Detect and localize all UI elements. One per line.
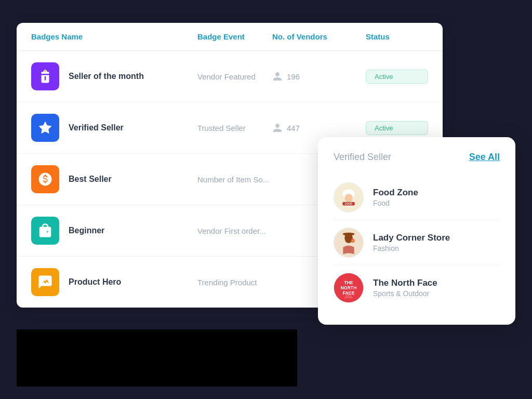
svg-text:THE: THE (344, 280, 353, 285)
popup-card: Verified Seller See All GOOD FOOD (318, 137, 515, 325)
lady-corner-logo (334, 228, 363, 258)
badge-name-label: Verified Seller (69, 123, 124, 132)
star-icon (37, 120, 53, 136)
svg-point-10 (342, 233, 354, 236)
food-zone-logo: GOOD FOOD (334, 182, 363, 212)
vendor-info-food-zone: Food Zone Food (373, 188, 418, 207)
vendors-count-cell: 196 (272, 71, 366, 82)
vendor-avatar-lady-corner (334, 228, 364, 258)
svg-point-4 (344, 194, 352, 202)
badge-event-cell: Number of Item So... (197, 175, 272, 184)
black-bar (17, 329, 297, 387)
svg-point-0 (44, 70, 46, 72)
badge-name-label: Seller of the month (69, 72, 144, 81)
badge-event-cell: Trending Product (197, 278, 272, 287)
badge-name-cell: Beginner (31, 217, 197, 245)
vendor-item[interactable]: Lady Corner Store Fashion (334, 220, 500, 265)
svg-point-12 (352, 240, 354, 242)
col-header-no-of-vendors: No. of Vendors (272, 32, 366, 41)
popup-title: Verified Seller (334, 152, 391, 163)
badge-event-cell: Vendor Featured (197, 72, 272, 81)
svg-text:NORTH: NORTH (341, 285, 357, 290)
table-header: Badges Name Badge Event No. of Vendors S… (17, 23, 443, 51)
vendor-name: The North Face (373, 278, 437, 288)
vendor-avatar-north-face: THE NORTH FACE (334, 273, 364, 303)
status-badge: Active (366, 70, 428, 84)
badge-name-label: Product Hero (69, 277, 121, 287)
svg-text:FOOD: FOOD (345, 206, 351, 208)
star-chat-icon (37, 274, 53, 290)
vendor-avatar-food-zone: GOOD FOOD (334, 182, 364, 212)
person-icon (272, 71, 283, 82)
gift-icon (37, 69, 53, 84)
vendor-name: Food Zone (373, 188, 418, 198)
vendor-name: Lady Corner Store (373, 233, 450, 243)
dollar-icon (37, 171, 53, 187)
vendor-item[interactable]: THE NORTH FACE The North Face Sports & O… (334, 265, 500, 310)
badge-name-label: Beginner (69, 226, 104, 235)
vendor-category: Food (373, 199, 418, 207)
badge-icon-verified-seller (31, 114, 59, 142)
svg-text:GOOD: GOOD (345, 203, 353, 205)
north-face-logo: THE NORTH FACE (334, 273, 363, 303)
col-header-badges-name: Badges Name (31, 32, 197, 41)
vendors-count-cell: 447 (272, 123, 366, 133)
vendor-category: Sports & Outdoor (373, 289, 437, 298)
badge-icon-product-hero (31, 268, 59, 296)
badge-name-cell: Product Hero (31, 268, 197, 296)
badge-name-label: Best Seller (69, 175, 112, 184)
badge-name-cell: Verified Seller (31, 114, 197, 142)
popup-header: Verified Seller See All (334, 152, 500, 163)
see-all-link[interactable]: See All (469, 152, 500, 163)
status-badge: Active (366, 121, 428, 135)
vendor-count: 196 (287, 72, 300, 81)
badge-icon-seller-of-month (31, 62, 59, 90)
vendor-count: 447 (287, 124, 300, 132)
badge-icon-beginner (31, 217, 59, 245)
vendor-category: Fashion (373, 244, 450, 252)
badge-name-cell: Best Seller (31, 165, 197, 193)
badge-icon-best-seller (31, 165, 59, 193)
bag-icon (37, 223, 53, 238)
scene: Badges Name Badge Event No. of Vendors S… (17, 12, 515, 387)
person-icon (272, 123, 283, 133)
col-header-status: Status (366, 32, 428, 41)
vendor-info-lady-corner: Lady Corner Store Fashion (373, 233, 450, 252)
col-header-badge-event: Badge Event (197, 32, 272, 41)
table-row[interactable]: Seller of the month Vendor Featured 196 … (17, 51, 443, 102)
badge-event-cell: Vendor First order... (197, 227, 272, 235)
badge-event-cell: Trusted Seller (197, 124, 272, 132)
vendor-item[interactable]: GOOD FOOD Food Zone Food (334, 175, 500, 220)
vendor-info-north-face: The North Face Sports & Outdoor (373, 278, 437, 298)
badge-name-cell: Seller of the month (31, 62, 197, 90)
